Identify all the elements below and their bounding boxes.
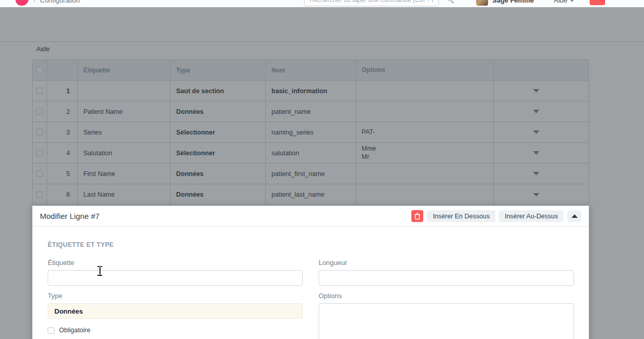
section-heading: ÉTIQUETTE ET TYPE	[48, 241, 573, 248]
trash-icon	[414, 213, 421, 220]
global-search-input[interactable]	[304, 0, 439, 6]
notification-badge[interactable]	[590, 0, 605, 5]
dialog-body: ÉTIQUETTE ET TYPE Étiquette Type Données…	[33, 227, 589, 339]
field-longueur-label: Longueur	[319, 259, 574, 267]
field-type-label: Type	[48, 292, 303, 300]
breadcrumb[interactable]: Configuration	[40, 0, 80, 4]
longueur-input[interactable]	[319, 270, 574, 286]
breadcrumb-chevron-icon: ›	[33, 0, 35, 4]
field-options: Options	[319, 292, 574, 339]
user-name[interactable]: Sage Femme	[492, 0, 534, 4]
field-etiquette: Étiquette	[48, 259, 303, 286]
dialog-title: Modifier Ligne #7	[40, 212, 411, 220]
collapse-row-button[interactable]	[567, 210, 581, 222]
field-longueur: Longueur	[319, 259, 574, 286]
field-options-label: Options	[319, 292, 574, 300]
mandatory-checkbox[interactable]	[48, 327, 54, 334]
options-textarea[interactable]	[319, 303, 574, 339]
type-value-display[interactable]: Données	[48, 303, 303, 319]
help-menu[interactable]: Aide	[554, 0, 574, 4]
chevron-down-icon	[570, 0, 574, 2]
insert-below-button[interactable]: Insérer En Dessous	[427, 210, 495, 222]
field-etiquette-label: Étiquette	[48, 259, 303, 267]
etiquette-input[interactable]	[48, 270, 303, 286]
app-logo[interactable]	[16, 0, 28, 6]
chevron-up-icon	[571, 214, 578, 218]
dialog-header: Modifier Ligne #7 Insérer En Dessous Ins…	[33, 206, 589, 227]
user-avatar[interactable]	[476, 0, 488, 6]
text-cursor-icon	[97, 266, 102, 276]
edit-row-dialog: Modifier Ligne #7 Insérer En Dessous Ins…	[32, 205, 589, 339]
insert-above-button[interactable]: Insérer Au-Dessus	[499, 210, 564, 222]
mandatory-check-row: Obligatoire	[48, 327, 303, 334]
top-navbar: › Configuration Sage Femme Aide	[0, 0, 644, 7]
search-icon[interactable]	[447, 0, 455, 4]
delete-row-button[interactable]	[411, 210, 423, 222]
help-menu-label: Aide	[554, 0, 567, 4]
mandatory-label: Obligatoire	[59, 327, 90, 334]
field-type: Type Données	[48, 292, 303, 319]
